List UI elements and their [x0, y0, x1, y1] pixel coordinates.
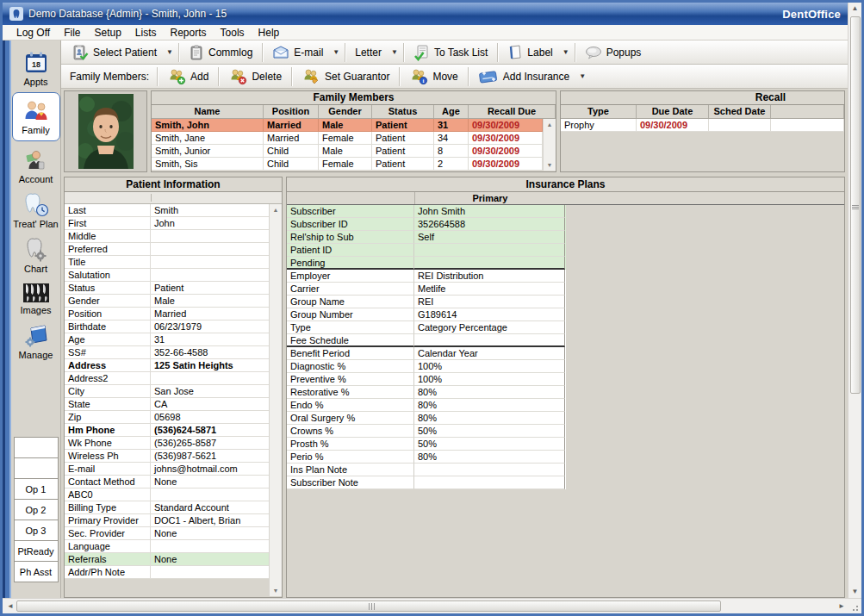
insurance-row[interactable]: Restorative % 80%: [287, 386, 566, 399]
patient-info-row[interactable]: Title: [65, 256, 269, 269]
scroll-left-icon[interactable]: ◄: [4, 600, 16, 613]
operatory-button[interactable]: PtReady: [14, 540, 59, 562]
patient-info-row[interactable]: Wk Phone (536)265-8587: [65, 437, 269, 450]
insurance-row[interactable]: Prosth % 50%: [287, 438, 566, 451]
horizontal-scrollbar[interactable]: ◄ ►: [3, 598, 861, 613]
patient-info-row[interactable]: Addr/Ph Note: [65, 566, 269, 579]
select-patient-button[interactable]: Select Patient: [65, 42, 164, 63]
menu-help[interactable]: Help: [252, 26, 287, 40]
add-insurance-dropdown-arrow[interactable]: ▼: [576, 71, 588, 82]
insurance-row[interactable]: Carrier Metlife: [287, 283, 566, 296]
menu-tools[interactable]: Tools: [214, 26, 252, 40]
insurance-row[interactable]: Perio % 80%: [287, 451, 566, 464]
insurance-row[interactable]: Subscriber ID 352664588: [287, 218, 566, 231]
sidebar-item-account[interactable]: Account: [12, 145, 60, 187]
horizontal-scrollbar-thumb[interactable]: [16, 600, 721, 612]
sidebar-item-family[interactable]: Family: [12, 92, 60, 141]
patient-info-row[interactable]: Billing Type Standard Account: [65, 501, 269, 514]
patient-info-row[interactable]: First John: [65, 217, 269, 230]
scroll-down-icon[interactable]: ▼: [849, 586, 861, 598]
patient-info-row[interactable]: State CA: [65, 398, 269, 411]
operatory-button[interactable]: Op 2: [14, 499, 59, 520]
patient-info-scrollbar[interactable]: ▲ ▼: [269, 204, 282, 596]
email-button[interactable]: E-mail: [265, 42, 330, 63]
patient-info-row[interactable]: Wireless Ph (536)987-5621: [65, 450, 269, 463]
set-guarantor-button[interactable]: Set Guarantor: [295, 66, 396, 87]
letter-dropdown-arrow[interactable]: ▼: [388, 47, 401, 58]
scroll-down-icon[interactable]: ▼: [544, 159, 556, 171]
patient-info-row[interactable]: Language: [65, 540, 269, 553]
insurance-row[interactable]: Fee Schedule: [287, 334, 566, 347]
patient-info-row[interactable]: Zip 05698: [65, 411, 269, 424]
patient-info-row[interactable]: Middle: [65, 230, 269, 243]
insurance-row[interactable]: Endo % 80%: [287, 399, 566, 412]
resize-grip[interactable]: [848, 600, 860, 613]
vertical-scrollbar-thumb[interactable]: [850, 16, 861, 394]
scroll-right-icon[interactable]: ►: [836, 600, 848, 613]
operatory-button[interactable]: [14, 437, 59, 458]
operatory-button[interactable]: Op 1: [14, 478, 59, 500]
popups-button[interactable]: Popups: [578, 42, 649, 63]
patient-info-row[interactable]: SS# 352-66-4588: [65, 346, 269, 359]
sidebar-item-images[interactable]: Images: [12, 279, 60, 318]
family-member-row[interactable]: Smith, Sis Child Female Patient 2 09/30/…: [152, 158, 543, 171]
family-table-scrollbar[interactable]: ▲ ▼: [543, 119, 556, 171]
menu-setup[interactable]: Setup: [87, 26, 127, 40]
insurance-row[interactable]: Rel'ship to Sub Self: [287, 231, 566, 244]
scroll-up-icon[interactable]: ▲: [849, 3, 861, 15]
insurance-row[interactable]: Subscriber Note: [287, 476, 566, 489]
label-dropdown-arrow[interactable]: ▼: [560, 47, 572, 58]
patient-info-row[interactable]: Status Patient: [65, 282, 269, 295]
scroll-down-icon[interactable]: ▼: [270, 585, 282, 596]
patient-info-row[interactable]: Age 31: [65, 333, 269, 346]
insurance-row[interactable]: Patient ID: [287, 244, 566, 257]
menu-lists[interactable]: Lists: [128, 26, 164, 40]
patient-info-row[interactable]: City San Jose: [65, 385, 269, 398]
patient-info-row[interactable]: E-mail johns@hotmail.com: [65, 463, 269, 476]
patient-info-row[interactable]: Preferred: [65, 243, 269, 256]
family-member-row[interactable]: Smith, John Married Male Patient 31 09/3…: [152, 119, 543, 132]
insurance-row[interactable]: Crowns % 50%: [287, 425, 566, 438]
family-member-row[interactable]: Smith, Jane Married Female Patient 34 09…: [152, 132, 543, 145]
recall-row[interactable]: Prophy 09/30/2009: [561, 119, 844, 132]
insurance-row[interactable]: Preventive % 100%: [287, 373, 566, 386]
menu-reports[interactable]: Reports: [164, 26, 214, 40]
patient-info-row[interactable]: Address2: [65, 372, 269, 385]
to-task-list-button[interactable]: To Task List: [407, 42, 494, 63]
patient-info-row[interactable]: Referrals None: [65, 553, 269, 566]
patient-info-row[interactable]: ABC0: [65, 488, 269, 501]
patient-info-row[interactable]: Primary Provider DOC1 - Albert, Brian: [65, 514, 269, 527]
move-family-member-button[interactable]: i Move: [402, 66, 464, 87]
letter-button[interactable]: Letter: [348, 42, 388, 63]
patient-info-row[interactable]: Salutation: [65, 269, 269, 282]
patient-info-row[interactable]: Contact Method None: [65, 476, 269, 488]
menu-log-off[interactable]: Log Off: [9, 26, 57, 40]
scroll-up-icon[interactable]: ▲: [544, 119, 556, 130]
insurance-row[interactable]: Type Category Percentage: [287, 321, 566, 334]
insurance-row[interactable]: Group Name REI: [287, 296, 566, 308]
insurance-row[interactable]: Benefit Period Calendar Year: [287, 347, 566, 360]
insurance-row[interactable]: Ins Plan Note: [287, 464, 566, 476]
patient-info-row[interactable]: Position Married: [65, 308, 269, 320]
operatory-button[interactable]: Ph Asst: [14, 561, 59, 582]
select-patient-dropdown-arrow[interactable]: ▼: [164, 47, 176, 58]
operatory-button[interactable]: [14, 457, 59, 479]
patient-info-row[interactable]: Address 125 Satin Heights: [65, 359, 269, 372]
insurance-row[interactable]: Group Number G189614: [287, 308, 566, 321]
family-member-row[interactable]: Smith, Junior Child Male Patient 8 09/30…: [152, 145, 543, 158]
patient-info-row[interactable]: Hm Phone (536)624-5871: [65, 424, 269, 437]
patient-info-row[interactable]: Birthdate 06/23/1979: [65, 320, 269, 333]
sidebar-item-treat-plan[interactable]: Treat' Plan: [12, 190, 60, 232]
sidebar-item-chart[interactable]: Chart: [12, 234, 60, 277]
insurance-row[interactable]: Oral Surgery % 80%: [287, 412, 566, 425]
email-dropdown-arrow[interactable]: ▼: [330, 47, 342, 58]
insurance-row[interactable]: Subscriber John Smith: [287, 205, 566, 218]
add-family-member-button[interactable]: Add: [160, 66, 215, 87]
insurance-row[interactable]: Employer REI Distribution: [287, 270, 566, 283]
patient-info-row[interactable]: Last Smith: [65, 204, 269, 217]
sidebar-item-manage[interactable]: Manage: [12, 320, 60, 363]
label-button[interactable]: Label: [500, 42, 559, 63]
patient-info-row[interactable]: Sec. Provider None: [65, 527, 269, 540]
vertical-scrollbar[interactable]: ▲ ▼: [848, 3, 861, 598]
commlog-button[interactable]: Commlog: [182, 42, 259, 63]
